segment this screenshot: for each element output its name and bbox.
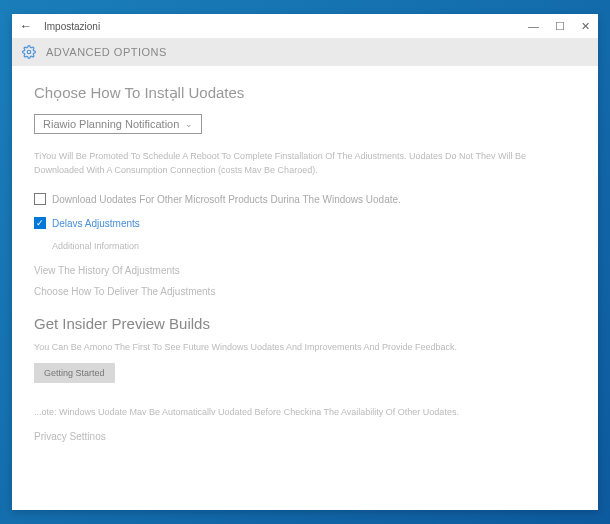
minimize-button[interactable]: — bbox=[528, 20, 539, 32]
view-history-link[interactable]: View The History Of Adjustments bbox=[34, 265, 576, 276]
svg-point-0 bbox=[27, 50, 31, 54]
close-button[interactable]: ✕ bbox=[581, 20, 590, 33]
download-other-checkbox[interactable] bbox=[34, 193, 46, 205]
privacy-settings-link[interactable]: Privacy Settinos bbox=[34, 431, 576, 442]
insider-description: You Can Be Amono The First To See Future… bbox=[34, 342, 576, 352]
download-other-products-row: Download Uodates For Other Microsoft Pro… bbox=[34, 193, 576, 205]
maximize-button[interactable]: ☐ bbox=[555, 20, 565, 33]
titlebar: ← Impostazioni — ☐ ✕ bbox=[12, 14, 598, 38]
window-controls: — ☐ ✕ bbox=[528, 20, 590, 33]
getting-started-button[interactable]: Getting Started bbox=[34, 363, 115, 383]
header-title: ADVANCED OPTIONS bbox=[46, 46, 167, 58]
dropdown-value: Riawio Planning Notification bbox=[43, 118, 179, 130]
chevron-down-icon: ⌄ bbox=[185, 119, 193, 129]
install-schedule-dropdown[interactable]: Riawio Planning Notification ⌄ bbox=[34, 114, 202, 134]
delays-label: Delavs Adjustments bbox=[52, 218, 140, 229]
content-area: Chọose How To Instạll Uodates Riawio Pla… bbox=[12, 66, 598, 510]
gear-icon bbox=[22, 45, 36, 59]
header-bar: ADVANCED OPTIONS bbox=[12, 38, 598, 66]
insider-title: Get Insider Preview Builds bbox=[34, 315, 576, 332]
choose-delivery-link[interactable]: Choose How To Deliver The Adjustments bbox=[34, 286, 576, 297]
install-description: TiYou Will Be Promoted To Schedule A Reb… bbox=[34, 150, 576, 177]
additional-info-link[interactable]: Additional Information bbox=[52, 241, 576, 251]
download-other-label: Download Uodates For Other Microsoft Pro… bbox=[52, 194, 401, 205]
update-note: ...ote: Windows Uodate Mav Be Automatica… bbox=[34, 407, 576, 417]
delays-checkbox[interactable]: ✓ bbox=[34, 217, 46, 229]
checkmark-icon: ✓ bbox=[36, 219, 44, 228]
choose-install-title: Chọose How To Instạll Uodates bbox=[34, 84, 576, 102]
back-button[interactable]: ← bbox=[20, 19, 32, 33]
delays-adjustments-row: ✓ Delavs Adjustments bbox=[34, 217, 576, 229]
window-title: Impostazioni bbox=[44, 21, 528, 32]
settings-window: ← Impostazioni — ☐ ✕ ADVANCED OPTIONS Ch… bbox=[12, 14, 598, 510]
